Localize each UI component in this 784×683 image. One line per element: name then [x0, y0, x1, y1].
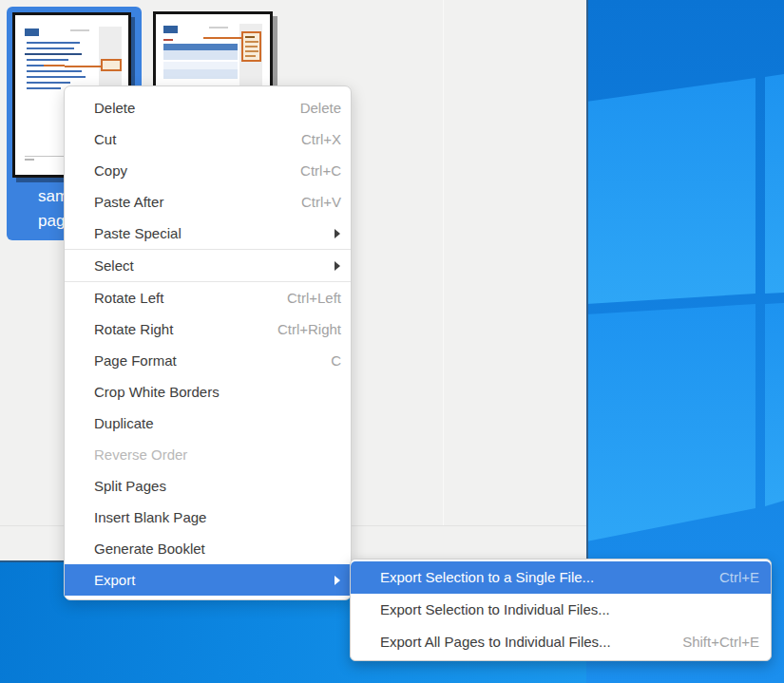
menu-item-label: Rotate Right — [94, 321, 173, 337]
doc1-strike-mark — [44, 65, 65, 66]
menu-item-label: Copy — [94, 162, 127, 179]
doc1-header-text — [70, 29, 89, 31]
submenu-item-export-selection-to-individual-files[interactable]: Export Selection to Individual Files... — [351, 594, 771, 626]
menu-item-split-pages[interactable]: Split Pages — [65, 470, 351, 502]
menu-item-reverse-order: Reverse Order — [65, 439, 351, 470]
doc2-revision-mark — [163, 39, 173, 41]
menu-item-rotate-left[interactable]: Rotate LeftCtrl+Left — [65, 282, 351, 313]
menu-item-label: Export All Pages to Individual Files... — [380, 634, 611, 650]
menu-item-label: Paste Special — [94, 225, 182, 241]
menu-item-cut[interactable]: CutCtrl+X — [65, 123, 351, 155]
doc1-line — [27, 87, 61, 89]
menu-item-label: Page Format — [94, 352, 177, 369]
menu-item-copy[interactable]: CopyCtrl+C — [65, 155, 351, 186]
menu-item-select[interactable]: Select — [65, 250, 351, 281]
context-menu: DeleteDeleteCutCtrl+XCopyCtrl+CPaste Aft… — [64, 85, 352, 600]
menu-item-label: Export — [94, 572, 135, 588]
submenu-arrow-icon — [335, 229, 340, 238]
doc1-logo — [25, 28, 39, 36]
menu-item-label: Generate Booklet — [94, 541, 205, 557]
menu-item-shortcut: Delete — [300, 92, 341, 123]
doc2-comment-box — [241, 31, 261, 62]
doc1-callout-connector — [65, 66, 101, 67]
menu-item-label: Paste After — [94, 194, 163, 210]
doc1-comment-box — [101, 59, 122, 71]
menu-item-shortcut: C — [331, 345, 341, 376]
doc1-line — [27, 47, 74, 49]
menu-item-page-format[interactable]: Page FormatC — [65, 345, 351, 376]
doc2-comment-text — [245, 50, 258, 52]
export-submenu: Export Selection to a Single File...Ctrl… — [350, 559, 772, 661]
doc1-line — [25, 53, 82, 55]
submenu-item-export-selection-to-a-single-file[interactable]: Export Selection to a Single File...Ctrl… — [351, 561, 771, 594]
submenu-arrow-icon — [335, 261, 340, 271]
menu-item-insert-blank-page[interactable]: Insert Blank Page — [65, 502, 351, 533]
submenu-item-export-all-pages-to-individual-files[interactable]: Export All Pages to Individual Files...S… — [351, 626, 771, 658]
doc2-comment-text — [245, 55, 256, 57]
doc1-line — [27, 76, 86, 78]
doc2-table-row — [163, 69, 238, 79]
menu-item-duplicate[interactable]: Duplicate — [65, 408, 351, 439]
menu-item-label: Crop White Borders — [94, 384, 220, 400]
menu-item-shortcut: Ctrl+E — [719, 561, 759, 594]
doc2-table-row — [163, 62, 238, 69]
doc1-footer-text — [25, 159, 34, 161]
menu-item-paste-after[interactable]: Paste AfterCtrl+V — [65, 186, 351, 218]
doc2-header-text — [209, 27, 228, 28]
submenu-arrow-icon — [335, 576, 340, 585]
menu-item-shortcut: Ctrl+C — [300, 155, 341, 186]
menu-item-label: Cut — [94, 131, 116, 147]
doc1-line — [27, 42, 80, 44]
menu-item-label: Select — [94, 257, 134, 274]
menu-item-generate-booklet[interactable]: Generate Booklet — [65, 533, 351, 564]
menu-item-label: Split Pages — [94, 478, 166, 494]
menu-item-rotate-right[interactable]: Rotate RightCtrl+Right — [65, 313, 351, 345]
wallpaper-pane-top-right — [765, 74, 784, 294]
doc2-comment-text — [245, 46, 258, 47]
menu-item-shortcut: Ctrl+V — [301, 186, 341, 218]
panel-edge-line — [443, 0, 444, 525]
wallpaper-pane-bottom-left — [586, 304, 755, 541]
menu-item-paste-special[interactable]: Paste Special — [65, 218, 351, 249]
menu-item-label: Reverse Order — [94, 446, 187, 463]
doc2-comment-text — [245, 41, 258, 43]
doc2-table-row — [163, 50, 238, 61]
wallpaper-pane-top-left — [586, 78, 755, 304]
doc1-line — [27, 59, 68, 61]
menu-item-shortcut: Ctrl+Right — [277, 313, 341, 345]
doc2-comment-text — [245, 36, 255, 38]
menu-item-export[interactable]: Export — [65, 564, 351, 596]
menu-item-label: Export Selection to Individual Files... — [380, 601, 610, 617]
menu-item-label: Duplicate — [94, 415, 154, 431]
doc2-logo — [163, 26, 178, 33]
doc2-table-header — [163, 44, 238, 50]
menu-item-label: Export Selection to a Single File... — [380, 569, 594, 585]
menu-item-crop-white-borders[interactable]: Crop White Borders — [65, 376, 351, 408]
menu-item-shortcut: Ctrl+Left — [287, 282, 341, 313]
menu-item-delete[interactable]: DeleteDelete — [65, 92, 351, 123]
menu-item-label: Delete — [94, 100, 135, 116]
doc1-line — [27, 70, 82, 72]
doc1-line — [27, 82, 70, 84]
menu-item-shortcut: Shift+Ctrl+E — [682, 626, 759, 658]
menu-item-shortcut: Ctrl+X — [301, 123, 341, 155]
menu-item-label: Insert Blank Page — [94, 509, 206, 525]
doc2-callout-connector — [203, 37, 241, 39]
wallpaper-pane-bottom-right — [765, 303, 784, 506]
menu-item-label: Rotate Left — [94, 290, 163, 306]
